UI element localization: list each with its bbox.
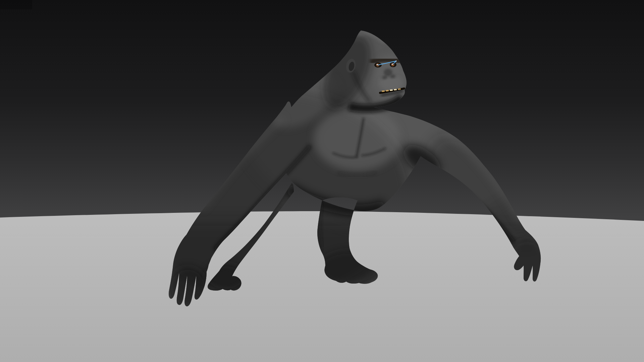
- tooth: [382, 90, 385, 92]
- tooth: [394, 89, 397, 90]
- scene-svg: [0, 0, 644, 362]
- rig-bone-joint-dot[interactable]: [395, 60, 396, 61]
- viewport-3d[interactable]: [0, 0, 644, 362]
- tooth: [386, 90, 389, 92]
- corner-shade-overlay: [0, 0, 32, 9]
- nose-bridge-shade: [384, 69, 392, 76]
- shading-chest-highlight: [314, 107, 401, 171]
- brow-ridge: [370, 60, 401, 62]
- eye-glint-right: [392, 64, 393, 65]
- tooth: [390, 89, 393, 91]
- tooth: [398, 88, 401, 90]
- eye-glint-left: [377, 64, 378, 65]
